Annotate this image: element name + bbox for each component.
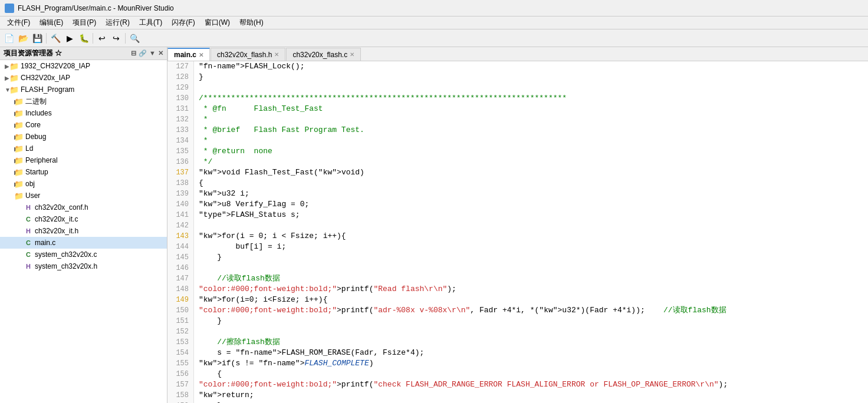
code-line-139: "kw">u32 i; [199,189,863,199]
sidebar-item-1932_CH32V208_IAP[interactable]: ▶📁1932_CH32V208_IAP [0,60,167,72]
code-line-149: "kw">for(i=0; i<Fsize; i++){ [199,295,863,305]
tree-label-ch32v20x_it.c: ch32v20x_it.c [35,215,78,223]
code-line-133: * @brief Flash Fast Program Test. [199,125,863,136]
toolbar-sep1 [46,33,47,44]
sidebar-item-system_ch32v20x.h[interactable]: Hsystem_ch32v20x.h [0,260,167,272]
tab-close-main-c[interactable]: ✕ [199,52,203,58]
menu-item-编辑(E)[interactable]: 编辑(E) [35,16,68,29]
tree-label-obj: obj [25,180,35,188]
toolbar-build[interactable]: 🔨 [49,32,62,45]
toolbar-run[interactable]: ▶ [63,32,76,45]
sidebar-menu-icon[interactable]: ▼ [149,49,156,57]
sidebar-item-Core[interactable]: ▶📁Core [0,119,167,131]
app-icon [5,4,14,13]
line-number-148: 148 [167,284,193,295]
sidebar-item-main.c[interactable]: Cmain.c [0,237,167,249]
tree-label-Debug: Debug [25,133,46,141]
menu-item-运行(R)[interactable]: 运行(R) [101,16,134,29]
code-line-154: s = "fn-name">FLASH_ROM_ERASE(Fadr, Fsiz… [199,348,863,358]
tab-ch32v20x_flash-c[interactable]: ch32v20x_flash.c✕ [286,48,361,61]
line-number-158: 158 [167,390,193,401]
tree-label-User: User [25,191,40,200]
line-number-147: 147 [167,273,193,284]
tab-ch32v20x_flash-h[interactable]: ch32v20x_flash.h✕ [211,48,285,61]
tree-icon-ch32v20x_it.h: H [24,226,33,236]
line-number-136: 136 [167,157,193,167]
toolbar-open[interactable]: 📂 [17,32,29,45]
toolbar-new[interactable]: 📄 [2,32,15,45]
menu-item-工具(T)[interactable]: 工具(T) [134,16,167,29]
tree-label-ch32v20x_conf.h: ch32v20x_conf.h [35,203,88,212]
sidebar-tree: ▶📁1932_CH32V208_IAP▶📁CH32V20x_IAP▼📁FLASH… [0,60,167,272]
sidebar-item-Includes[interactable]: ▶📁Includes [0,107,167,119]
line-number-149: 149 [167,295,193,305]
toolbar-search[interactable]: 🔍 [128,32,141,45]
sidebar-link-icon[interactable]: 🔗 [139,49,147,57]
tree-icon-FLASH_Program: 📁 [9,85,19,94]
toolbar-debug[interactable]: 🐛 [77,32,90,45]
sidebar-item-Debug[interactable]: ▶📁Debug [0,131,167,143]
menu-item-闪存(F)[interactable]: 闪存(F) [167,16,199,29]
tab-close-ch32v20x_flash-c[interactable]: ✕ [350,51,354,58]
tab-bar: main.c✕ch32v20x_flash.h✕ch32v20x_flash.c… [167,47,868,61]
sidebar-item-Ld[interactable]: ▶📁Ld [0,143,167,154]
tree-arrow-Includes: ▶ [2,110,14,117]
sidebar-item-Startup[interactable]: ▶📁Startup [0,166,167,178]
sidebar-item-Peripheral[interactable]: ▶📁Peripheral [0,154,167,166]
line-number-139: 139 [167,189,193,199]
menu-item-帮助(H)[interactable]: 帮助(H) [235,16,268,29]
tree-arrow-1932_CH32V208_IAP: ▶ [2,63,9,70]
tree-icon-obj: 📁 [14,179,24,189]
tree-arrow-CH32V20x_IAP: ▶ [2,75,9,81]
tree-arrow-Startup: ▶ [2,169,14,176]
tree-label-Ld: Ld [25,144,33,153]
tab-close-ch32v20x_flash-h[interactable]: ✕ [274,51,279,58]
line-number-140: 140 [167,199,193,210]
toolbar-redo[interactable]: ↪ [110,32,123,45]
code-editor[interactable]: 1271281291301311321331341351361371381391… [167,61,868,403]
line-number-142: 142 [167,220,193,231]
sidebar-header-icons: ⊟ 🔗 ▼ ✕ [131,49,163,57]
tree-label-CH32V20x_IAP: CH32V20x_IAP [21,74,70,82]
code-line-146 [199,263,863,273]
sidebar-item-ch32v20x_it.c[interactable]: Cch32v20x_it.c [0,213,167,225]
tree-label-Core: Core [25,121,41,129]
sidebar-collapse-icon[interactable]: ⊟ [131,49,136,57]
sidebar-item-ch32v20x_conf.h[interactable]: Hch32v20x_conf.h [0,202,167,213]
sidebar-item-obj[interactable]: ▶📁obj [0,178,167,190]
sidebar-close-icon[interactable]: ✕ [158,49,163,57]
sidebar-item-system_ch32v20x.c[interactable]: Csystem_ch32v20x.c [0,249,167,260]
toolbar-undo[interactable]: ↩ [96,32,108,45]
main-layout: 项目资源管理器 ☆ ⊟ 🔗 ▼ ✕ ▶📁1932_CH32V208_IAP▶📁C… [0,47,868,403]
line-number-128: 128 [167,72,193,82]
code-line-147: //读取flash数据 [199,273,863,284]
line-number-137: 137 [167,167,193,178]
menu-bar: 文件(F)编辑(E)项目(P)运行(R)工具(T)闪存(F)窗口(W)帮助(H) [0,16,868,29]
menu-item-文件(F)[interactable]: 文件(F) [2,16,35,29]
sidebar-item-User[interactable]: ▼📁User [0,190,167,202]
menu-item-窗口(W)[interactable]: 窗口(W) [200,16,235,29]
code-line-156: { [199,369,863,379]
line-number-133: 133 [167,125,193,136]
tab-main-c[interactable]: main.c✕ [167,48,210,61]
code-line-129 [199,82,863,93]
sidebar-item-ch32v20x_it.h[interactable]: Hch32v20x_it.h [0,225,167,237]
tree-label-main.c: main.c [35,239,55,247]
line-number-153: 153 [167,337,193,348]
code-line-132: * [199,114,863,125]
sidebar-item-FLASH_Program[interactable]: ▼📁FLASH_Program [0,84,167,95]
menu-item-项目(P)[interactable]: 项目(P) [68,16,101,29]
code-line-158: "kw">return; [199,390,863,401]
code-line-153: //擦除flash数据 [199,337,863,348]
tree-icon-Core: 📁 [14,120,24,130]
sidebar-header: 项目资源管理器 ☆ ⊟ 🔗 ▼ ✕ [0,47,167,60]
sidebar-item-CH32V20x_IAP[interactable]: ▶📁CH32V20x_IAP [0,72,167,84]
tree-icon-1932_CH32V208_IAP: 📁 [9,61,19,71]
tree-label-binary: 二进制 [25,97,47,107]
toolbar-save[interactable]: 💾 [31,32,44,45]
code-line-130: /***************************************… [199,93,863,104]
line-number-135: 135 [167,146,193,157]
tree-arrow-Ld: ▶ [2,146,14,152]
tree-label-FLASH_Program: FLASH_Program [21,85,74,94]
sidebar-item-binary[interactable]: ▶📁二进制 [0,95,167,107]
